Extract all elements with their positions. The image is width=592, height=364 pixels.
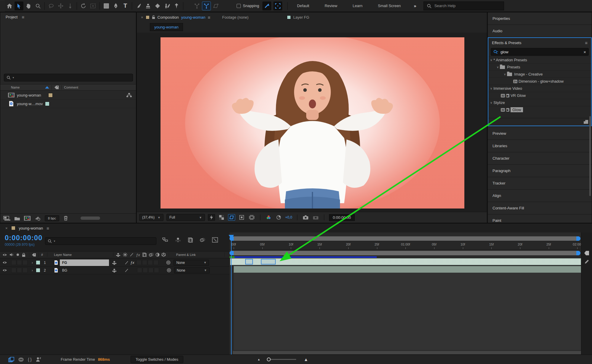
layer-row-bg[interactable]: › 2 BG None▼ [0, 267, 230, 274]
work-area-bar[interactable] [230, 251, 580, 255]
channel-icon[interactable] [265, 214, 272, 221]
panel-content-aware-fill[interactable]: Content-Aware Fill [488, 202, 592, 214]
parent-pickwhip-icon[interactable] [167, 268, 171, 272]
panel-preview[interactable]: Preview [488, 127, 592, 140]
new-composition-icon[interactable] [24, 216, 31, 221]
tree-effect-vr-glow[interactable]: 32▶VR Glow [488, 92, 591, 99]
label-tag-icon[interactable] [54, 85, 59, 89]
layer-color-swatch[interactable] [36, 268, 40, 272]
horizontal-scrollbar[interactable] [81, 217, 100, 220]
rotate-tool-icon[interactable] [79, 1, 88, 10]
panel-properties[interactable]: Properties [488, 12, 592, 25]
tree-group-immersive-video[interactable]: ∨Immersive Video [488, 85, 591, 92]
eye-icon[interactable] [2, 269, 7, 272]
pen-tool-icon[interactable] [111, 1, 120, 10]
timeline-zoom-knob[interactable] [267, 357, 271, 361]
avatar-icon[interactable] [36, 357, 41, 362]
zoom-tool-icon[interactable] [33, 1, 42, 10]
eraser-tool-icon[interactable] [153, 1, 162, 10]
lattice-tool-icon[interactable] [211, 1, 220, 10]
layer-bar-fg[interactable] [230, 258, 581, 265]
tree-preset-dimension[interactable]: ƒxDimension - glow+shadow [488, 78, 591, 85]
snap-arrow-icon[interactable] [262, 1, 271, 10]
audio-icon[interactable] [9, 253, 14, 256]
roto-brush-tool-icon[interactable] [163, 1, 171, 10]
eye-icon[interactable] [2, 253, 7, 256]
flowchart-icon[interactable] [126, 93, 132, 97]
time-navigator-bar[interactable] [230, 236, 580, 241]
workspace-tab-default[interactable]: Default [289, 4, 317, 8]
transparency-grid-icon[interactable] [218, 214, 225, 221]
quality-toggle-icon[interactable] [125, 268, 129, 272]
trash-icon[interactable] [63, 216, 68, 221]
fx-column-icon[interactable]: ƒx [136, 253, 140, 257]
fx-toggle-icon[interactable]: ƒx [130, 260, 134, 265]
menu-icon[interactable]: ≡ [46, 226, 49, 231]
render-queue-icon[interactable] [8, 357, 14, 362]
mask-mode-icon[interactable] [18, 357, 24, 362]
panel-libraries[interactable]: Libraries [488, 140, 592, 152]
close-icon[interactable]: × [141, 15, 143, 20]
puppet-pin-tool-icon[interactable] [172, 1, 181, 10]
exposure-icon[interactable] [275, 214, 282, 221]
viewer-timecode[interactable]: 0:00:00:00 [329, 214, 355, 221]
frame-blend-column-icon[interactable] [142, 253, 147, 257]
motion-blur-icon[interactable] [200, 237, 206, 243]
parent-dropdown[interactable]: None▼ [174, 267, 210, 273]
node-tool-icon[interactable] [192, 1, 201, 10]
panel-tracker[interactable]: Tracker [488, 177, 592, 190]
zoom-out-mountain-icon[interactable]: ▲ [257, 358, 260, 361]
playhead-line[interactable] [231, 235, 232, 355]
brush-tool-icon[interactable] [134, 1, 143, 10]
column-layer-name[interactable]: Layer Name [54, 253, 72, 256]
menu-icon[interactable]: ≡ [208, 15, 211, 20]
workspace-tab-small-screen[interactable]: Small Screen [370, 4, 408, 8]
sort-up-icon[interactable] [45, 86, 49, 89]
current-time-display[interactable]: 0:00:00:00 [5, 234, 42, 242]
label-tag-icon[interactable] [32, 253, 36, 257]
layer-color-swatch[interactable] [36, 260, 40, 265]
panel-audio[interactable]: Audio [488, 25, 592, 37]
timeline-tab-name[interactable]: young-woman [19, 226, 43, 230]
shy-toggle-icon[interactable] [112, 261, 117, 265]
motion-blur-column-icon[interactable] [149, 253, 154, 257]
project-item-composition[interactable]: young-woman [0, 91, 136, 100]
composition-mini-flowchart-icon[interactable] [162, 237, 168, 243]
selection-box[interactable] [261, 259, 276, 264]
adjustment-layer-column-icon[interactable] [155, 253, 160, 257]
track-tool-icon[interactable] [66, 1, 75, 10]
column-parent-link[interactable]: Parent & Link [176, 253, 196, 256]
graph-editor-icon[interactable] [212, 237, 218, 243]
label-color-swatch[interactable] [48, 93, 53, 97]
eye-icon[interactable] [2, 261, 7, 264]
snapping-checkbox[interactable] [237, 4, 241, 8]
tree-group-stylize[interactable]: ∨Stylize [488, 99, 591, 106]
node-tool-active-icon[interactable] [202, 1, 211, 10]
cube-3d-column-icon[interactable] [161, 253, 166, 257]
workspace-tab-review[interactable]: Review [317, 4, 345, 8]
crop-region-icon[interactable] [248, 214, 255, 221]
stamp-tool-icon[interactable] [144, 1, 153, 10]
camera-tool-icon[interactable] [89, 1, 97, 10]
label-color-swatch[interactable] [45, 102, 49, 106]
shape-tool-icon[interactable] [102, 1, 111, 10]
help-search-input[interactable]: Search Help [423, 1, 504, 10]
project-item-footage[interactable]: young-w....mov [0, 100, 136, 108]
column-number[interactable]: # [41, 253, 43, 256]
shy-icon[interactable] [175, 237, 181, 243]
project-list-view-icon[interactable] [3, 216, 10, 221]
snap-bounds-icon[interactable] [273, 1, 282, 10]
parent-dropdown[interactable]: None▼ [174, 260, 209, 266]
layer-bar-bg[interactable] [234, 266, 581, 273]
project-search-input[interactable]: ▼ [4, 74, 133, 81]
panel-paragraph[interactable]: Paragraph [488, 165, 592, 177]
new-folder-icon[interactable] [15, 216, 20, 220]
live-update-pen-icon[interactable] [584, 259, 589, 264]
tab-footage[interactable]: Footage (none) [222, 15, 248, 20]
tree-folder-image-creative[interactable]: ∨Image - Creative [488, 70, 591, 78]
layer-name[interactable]: FG [60, 259, 109, 266]
panel-paint[interactable]: Paint [488, 214, 592, 223]
close-icon[interactable]: × [5, 226, 8, 230]
quality-toggle-icon[interactable] [125, 261, 129, 265]
region-of-interest-icon[interactable] [238, 214, 245, 221]
